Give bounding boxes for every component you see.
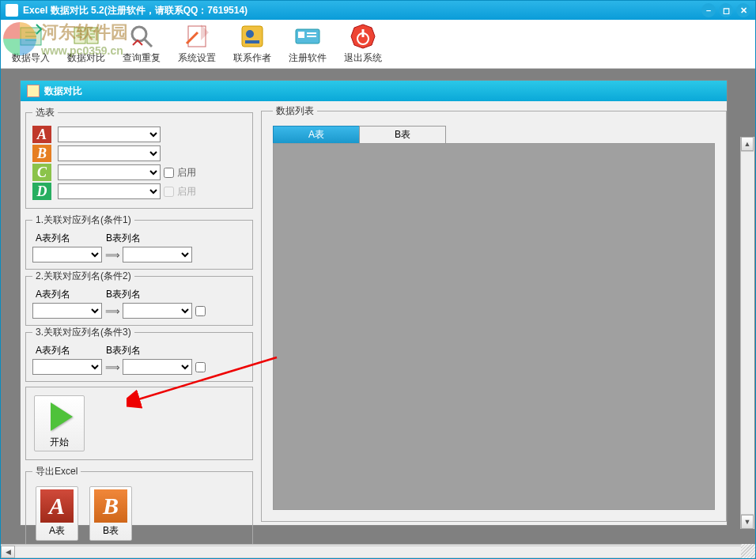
select-tables-legend: 选表 [32, 106, 58, 119]
right-panel: 数据列表 A表 B表 [258, 101, 727, 525]
scroll-track[interactable] [741, 151, 754, 515]
condition-legend: 3.关联对应列名(条件3) [32, 326, 134, 339]
condition-legend: 1.关联对应列名(条件1) [32, 213, 134, 227]
play-icon [51, 402, 73, 431]
left-panel: 选表 ABC启用D启用 1.关联对应列名(条件1)A表列名B表列名⟹2.关联对应… [21, 101, 258, 525]
toolbar: 数据导入 数据对比 查询重复 系统设置 联系作者 [1, 20, 755, 69]
mdi-area: 数据对比 选表 ABC启用D启用 1.关联对应列名(条件1)A表列名B表列名⟹2… [1, 69, 755, 544]
letter-a-icon: A [32, 126, 51, 143]
contact-icon [239, 23, 266, 50]
app-icon [6, 4, 18, 17]
toolbar-settings[interactable]: 系统设置 [175, 21, 219, 66]
arrow-icon: ⟹ [105, 305, 119, 317]
enable-c-checkbox[interactable] [164, 168, 174, 178]
toolbar-label: 注册软件 [289, 51, 327, 65]
table-d-select[interactable] [58, 183, 161, 199]
start-panel: 开始 [25, 387, 253, 460]
toolbar-duplicate[interactable]: 查询重复 [119, 21, 164, 66]
svg-rect-9 [245, 40, 259, 43]
enable-label: 启用 [177, 166, 196, 179]
arrow-icon: ⟹ [105, 249, 119, 261]
exit-icon [350, 23, 376, 50]
toolbar-exit[interactable]: 退出系统 [341, 21, 385, 66]
scroll-down-button[interactable]: ▼ [741, 515, 754, 529]
vertical-scrollbar[interactable]: ▲ ▼ [740, 137, 754, 529]
svg-point-3 [132, 27, 146, 41]
toolbar-import[interactable]: 数据导入 [9, 21, 53, 66]
inner-window-title: 数据对比 [44, 85, 82, 98]
cond1-b-select[interactable] [123, 247, 192, 263]
duplicate-icon [128, 23, 155, 50]
scroll-up-button[interactable]: ▲ [741, 137, 754, 151]
cond1-a-select[interactable] [32, 247, 102, 263]
a-col-label: A表列名 [36, 288, 70, 301]
inner-titlebar: 数据对比 [21, 81, 727, 101]
letter-a-icon: A [40, 489, 74, 523]
data-grid[interactable] [273, 143, 715, 510]
data-list-group: 数据列表 A表 B表 [261, 104, 727, 522]
start-label: 开始 [50, 436, 69, 449]
app-window: Excel 数据对比 5.2(注册软件，请联系QQ：7619514) – ◻ ✕… [0, 0, 756, 559]
toolbar-label: 系统设置 [178, 51, 216, 65]
svg-point-8 [246, 30, 254, 38]
svg-rect-13 [307, 36, 316, 37]
cond2-a-select[interactable] [32, 303, 102, 319]
table-row-b: B [32, 145, 246, 162]
close-button[interactable]: ✕ [736, 3, 750, 17]
minimize-button[interactable]: – [701, 3, 716, 17]
export-a-label: A表 [49, 524, 65, 538]
svg-line-4 [145, 40, 152, 47]
scroll-track[interactable] [15, 546, 741, 558]
svg-rect-12 [307, 32, 316, 34]
b-col-label: B表列名 [106, 344, 141, 357]
export-a-button[interactable]: A A表 [36, 486, 78, 541]
svg-rect-11 [298, 32, 304, 38]
toolbar-contact[interactable]: 联系作者 [230, 21, 274, 66]
table-row-a: A [32, 126, 246, 143]
export-b-label: B表 [103, 524, 119, 538]
tab-b[interactable]: B表 [359, 126, 446, 143]
toolbar-compare[interactable]: 数据对比 [64, 21, 108, 66]
toolbar-register[interactable]: 注册软件 [285, 21, 330, 66]
toolbar-label: 查询重复 [123, 51, 161, 65]
cond3-b-select[interactable] [123, 359, 192, 375]
window-title: Excel 数据对比 5.2(注册软件，请联系QQ：7619514) [23, 4, 248, 17]
cond3-a-select[interactable] [32, 359, 102, 375]
export-b-button[interactable]: B B表 [89, 486, 132, 541]
letter-b-icon: B [94, 489, 127, 523]
maximize-button[interactable]: ◻ [719, 3, 733, 17]
condition-legend: 2.关联对应列名(条件2) [32, 270, 134, 283]
a-col-label: A表列名 [36, 344, 70, 357]
compare-icon [73, 23, 100, 50]
b-col-label: B表列名 [106, 288, 141, 301]
scroll-left-button[interactable]: ◀ [1, 546, 15, 558]
table-b-select[interactable] [58, 145, 161, 161]
toolbar-label: 联系作者 [233, 51, 271, 65]
select-tables-group: 选表 ABC启用D启用 [25, 106, 253, 209]
svg-rect-1 [74, 28, 85, 43]
horizontal-scrollbar[interactable]: ◀ ▶ [1, 544, 755, 558]
enable-d-checkbox[interactable] [164, 187, 174, 197]
table-row-c: C启用 [32, 164, 246, 181]
table-a-select[interactable] [58, 127, 161, 142]
condition-1-group: 1.关联对应列名(条件1)A表列名B表列名⟹ [25, 213, 253, 270]
cond2-enable-checkbox[interactable] [195, 306, 206, 316]
table-c-select[interactable] [58, 164, 161, 180]
cond3-enable-checkbox[interactable] [195, 362, 206, 372]
settings-icon [183, 23, 210, 50]
start-button[interactable]: 开始 [34, 395, 85, 451]
condition-2-group: 2.关联对应列名(条件2)A表列名B表列名⟹ [25, 270, 253, 326]
tab-a[interactable]: A表 [273, 126, 360, 143]
inner-window-icon [27, 85, 40, 97]
toolbar-label: 退出系统 [344, 51, 382, 65]
letter-c-icon: C [32, 164, 51, 181]
condition-3-group: 3.关联对应列名(条件3)A表列名B表列名⟹ [25, 326, 253, 382]
toolbar-label: 数据导入 [12, 51, 50, 65]
letter-b-icon: B [32, 145, 51, 162]
cond2-b-select[interactable] [123, 303, 192, 319]
export-legend: 导出Excel [32, 465, 81, 478]
resize-grip[interactable] [741, 544, 755, 558]
tabs: A表 B表 [273, 126, 720, 143]
titlebar: Excel 数据对比 5.2(注册软件，请联系QQ：7619514) – ◻ ✕ [1, 1, 755, 20]
table-row-d: D启用 [32, 183, 246, 200]
